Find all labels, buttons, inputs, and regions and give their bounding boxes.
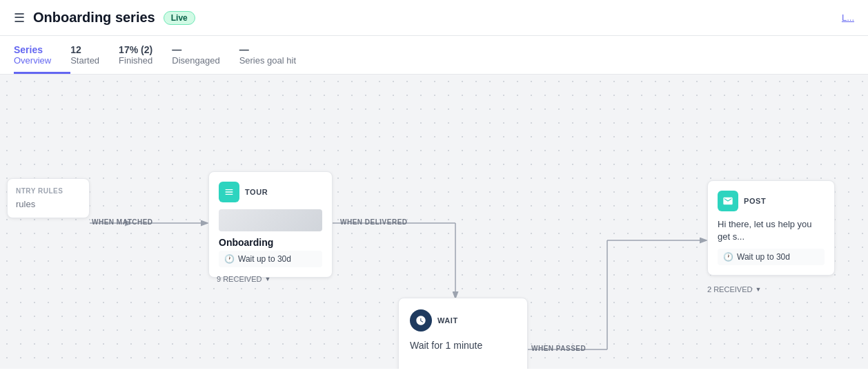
stat-series-sublabel: Overview [14,55,51,66]
received-dropdown-icon: ▼ [264,276,270,282]
wait-clock-icon [410,309,432,332]
post-wait-label: Wait up to 30d [737,252,790,262]
tour-thumbnail [219,209,322,231]
entry-rules-text: rules [16,199,81,209]
post-type-label: POST [744,197,766,205]
page-title: Onboarding series [33,10,155,26]
wait-node[interactable]: WAIT Wait for 1 minute [398,298,528,369]
post-received-label[interactable]: 2 RECEIVED ▼ [707,285,761,294]
menu-icon[interactable]: ☰ [14,10,25,26]
tour-wait-info: 🕐 Wait up to 30d [219,251,322,267]
stat-finished-value: 17% (2) [119,44,152,55]
post-node[interactable]: POST Hi there, let us help you get s... … [707,180,835,276]
post-received-dropdown-icon: ▼ [755,286,761,293]
stat-goal-hit[interactable]: — Series goal hit [239,44,315,74]
entry-rules-node[interactable]: NTRY RULES rules [7,178,90,218]
wait-description: Wait for 1 minute [410,340,516,369]
stat-goal-sublabel: Series goal hit [239,55,296,66]
header-right-link[interactable]: L... [842,12,854,23]
stat-disengaged-value: — [172,44,219,55]
tour-icon [219,182,239,202]
header: ☰ Onboarding series Live L... [0,0,868,36]
post-node-header: POST [718,191,825,211]
tour-node-name: Onboarding [219,237,322,248]
stat-started-value: 12 [70,44,99,55]
stat-started-sublabel: Started [70,55,99,66]
stat-disengaged[interactable]: — Disengaged [172,44,239,74]
stat-goal-value: — [239,44,296,55]
tour-node[interactable]: TOUR Onboarding 🕐 Wait up to 30d [208,171,333,278]
clock-icon: 🕐 [224,254,235,264]
post-icon [718,191,738,211]
stat-finished-sublabel: Finished [119,55,152,66]
stat-finished[interactable]: 17% (2) Finished [119,44,172,74]
when-matched-label: WHEN MATCHED [92,218,153,226]
wait-node-header: WAIT [410,309,516,332]
entry-rules-label: NTRY RULES [16,187,81,195]
tour-wait-label: Wait up to 30d [238,254,291,264]
live-badge: Live [164,11,195,25]
stat-disengaged-sublabel: Disengaged [172,55,219,66]
tour-node-header: TOUR [219,182,322,202]
tour-received-label[interactable]: 9 RECEIVED ▼ [217,275,270,283]
post-clock-icon: 🕐 [723,252,733,262]
wait-type-label: WAIT [437,316,458,325]
stat-started[interactable]: 12 Started [70,44,119,74]
canvas-area: WHEN MATCHED NTRY RULES rules TOUR Onboa… [0,75,868,369]
tour-type-label: TOUR [245,188,268,196]
stats-bar: Series Overview 12 Started 17% (2) Finis… [0,36,868,75]
post-body: Hi there, let us help you get s... [718,218,825,243]
when-delivered-label: WHEN DELIVERED [340,218,408,226]
stat-series-overview[interactable]: Series Overview [14,44,70,74]
when-passed-label: WHEN PASSED [531,345,586,352]
post-wait-info: 🕐 Wait up to 30d [718,249,825,265]
stat-series-value: Series [14,44,51,55]
